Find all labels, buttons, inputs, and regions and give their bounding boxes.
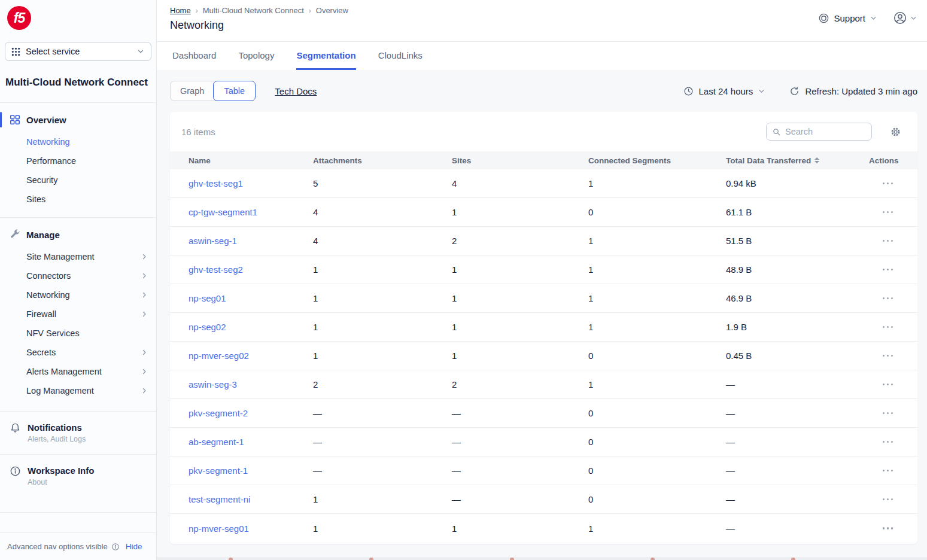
f5-logo[interactable]: f5	[7, 6, 31, 30]
table-settings-button[interactable]	[890, 126, 901, 138]
row-actions-button[interactable]	[882, 179, 895, 188]
tab-cloudlinks[interactable]: CloudLinks	[378, 50, 423, 70]
notifications-sub: Alerts, Audit Logs	[28, 435, 86, 443]
sidebar-item-workspace-info[interactable]: Workspace Info About	[0, 462, 156, 490]
total-data-cell: 0.45 B	[726, 351, 869, 361]
segment-name-link[interactable]: ghv-test-seg1	[189, 178, 313, 188]
search-box	[766, 123, 872, 141]
total-data-cell: 46.9 B	[726, 293, 869, 303]
hide-advanced-nav-link[interactable]: Hide	[126, 542, 142, 551]
column-header-attachments[interactable]: Attachments	[313, 156, 452, 165]
f5-logo-text: f5	[14, 10, 25, 26]
sidebar-overview-item[interactable]: Performance	[0, 151, 156, 171]
column-header-sites[interactable]: Sites	[452, 156, 588, 165]
sidebar-manage-item[interactable]: Alerts Management	[0, 362, 156, 381]
chevron-down-icon	[758, 87, 765, 95]
sidebar-overview-item[interactable]: Security	[0, 171, 156, 190]
sidebar-manage-item[interactable]: Firewall	[0, 305, 156, 324]
row-actions-button[interactable]	[882, 380, 895, 389]
sidebar-section-manage[interactable]: Manage	[0, 226, 156, 244]
row-actions-button[interactable]	[882, 294, 895, 303]
waffle-icon	[11, 47, 20, 56]
support-icon	[818, 13, 829, 24]
attachments-cell: 5	[313, 178, 452, 188]
tech-docs-link[interactable]: Tech Docs	[275, 86, 317, 96]
user-avatar-icon	[893, 11, 907, 25]
topbar: Home › Multi-Cloud Network Connect › Ove…	[157, 0, 927, 42]
attachments-cell: 1	[313, 494, 452, 504]
row-actions-button[interactable]	[882, 208, 895, 217]
total-data-cell: 51.5 B	[726, 236, 869, 246]
row-actions-button[interactable]	[882, 351, 895, 361]
segment-name-link[interactable]: np-seg02	[189, 322, 313, 332]
row-actions-button[interactable]	[882, 322, 895, 332]
workspace-info-label: Workspace Info	[28, 465, 94, 476]
table-row: pkv-segment-1 — — 0 —	[170, 456, 917, 485]
workspace-title: Multi-Cloud Network Connect	[5, 74, 150, 90]
connected-segments-cell: 1	[588, 379, 726, 389]
sidebar-manage-item[interactable]: Site Management	[0, 247, 156, 266]
row-actions-button[interactable]	[882, 495, 895, 504]
sites-cell: 4	[452, 178, 588, 188]
tab-topology[interactable]: Topology	[238, 50, 274, 70]
info-icon	[10, 465, 21, 486]
attachments-cell: 2	[313, 379, 452, 389]
sidebar-section-overview[interactable]: Overview	[0, 111, 156, 129]
row-actions-button[interactable]	[882, 437, 895, 447]
row-actions-button[interactable]	[882, 466, 895, 476]
sidebar-overview-item[interactable]: Networking	[0, 132, 156, 151]
segment-name-link[interactable]: cp-tgw-segment1	[189, 207, 313, 217]
search-input[interactable]	[785, 127, 866, 136]
segment-name-link[interactable]: test-segment-ni	[189, 494, 313, 504]
total-data-cell: 1.9 B	[726, 322, 869, 332]
segment-name-link[interactable]: ghv-test-seg2	[189, 264, 313, 275]
account-menu[interactable]	[893, 11, 917, 25]
segment-name-link[interactable]: aswin-seg-3	[189, 379, 313, 389]
sidebar-manage-item[interactable]: NFV Services	[0, 324, 156, 343]
time-range-selector[interactable]: Last 24 hours	[683, 86, 765, 96]
segment-name-link[interactable]: pkv-segment-1	[189, 465, 313, 476]
column-header-name[interactable]: Name	[189, 156, 313, 165]
tabs: Dashboard Topology Segmentation CloudLin…	[157, 42, 927, 70]
row-actions-button[interactable]	[882, 409, 895, 418]
segment-name-link[interactable]: np-mver-seg02	[189, 351, 313, 361]
sidebar-item-notifications[interactable]: Notifications Alerts, Audit Logs	[0, 419, 156, 447]
sort-icon[interactable]	[814, 157, 819, 163]
chevron-right-icon	[141, 272, 148, 279]
row-actions-button[interactable]	[882, 265, 895, 275]
segment-name-link[interactable]: np-seg01	[189, 293, 313, 303]
segment-name-link[interactable]: pkv-segment-2	[189, 408, 313, 418]
tab-dashboard[interactable]: Dashboard	[172, 50, 216, 70]
sidebar-manage-item[interactable]: Connectors	[0, 266, 156, 285]
table-view-button[interactable]: Table	[213, 81, 256, 101]
breadcrumb: Home › Multi-Cloud Network Connect › Ove…	[170, 6, 917, 15]
total-data-cell: —	[726, 379, 869, 389]
sidebar-manage-item[interactable]: Networking	[0, 285, 156, 305]
sidebar-overview-item[interactable]: Sites	[0, 190, 156, 209]
refresh-label: Refresh: Updated 3 min ago	[805, 86, 917, 96]
sites-cell: 1	[452, 351, 588, 361]
service-selector[interactable]: Select service	[5, 42, 151, 61]
connected-segments-cell: 1	[588, 178, 726, 188]
sites-cell: 1	[452, 293, 588, 303]
row-actions-button[interactable]	[882, 236, 895, 246]
row-actions-button[interactable]	[882, 524, 895, 533]
attachments-cell: 1	[313, 293, 452, 303]
attachments-cell: 1	[313, 322, 452, 332]
support-menu[interactable]: Support	[818, 13, 877, 24]
sidebar-manage-item[interactable]: Log Management	[0, 381, 156, 400]
breadcrumb-home-link[interactable]: Home	[170, 6, 191, 15]
graph-view-button[interactable]: Graph	[171, 81, 214, 101]
sites-cell: —	[452, 494, 588, 504]
view-toggle: Graph Table	[170, 81, 256, 101]
segment-name-link[interactable]: aswin-seg-1	[189, 236, 313, 246]
connected-segments-cell: 0	[588, 207, 726, 217]
sidebar-manage-item[interactable]: Secrets	[0, 343, 156, 362]
segment-name-link[interactable]: np-mver-seg01	[189, 524, 313, 534]
column-header-connected-segments[interactable]: Connected Segments	[588, 156, 726, 165]
refresh-button[interactable]: Refresh: Updated 3 min ago	[789, 86, 917, 96]
segments-table-panel: 16 items Name Attachments S	[170, 112, 917, 544]
tab-segmentation[interactable]: Segmentation	[296, 50, 355, 70]
column-header-total-data[interactable]: Total Data Transferred	[726, 156, 869, 165]
segment-name-link[interactable]: ab-segment-1	[189, 437, 313, 447]
